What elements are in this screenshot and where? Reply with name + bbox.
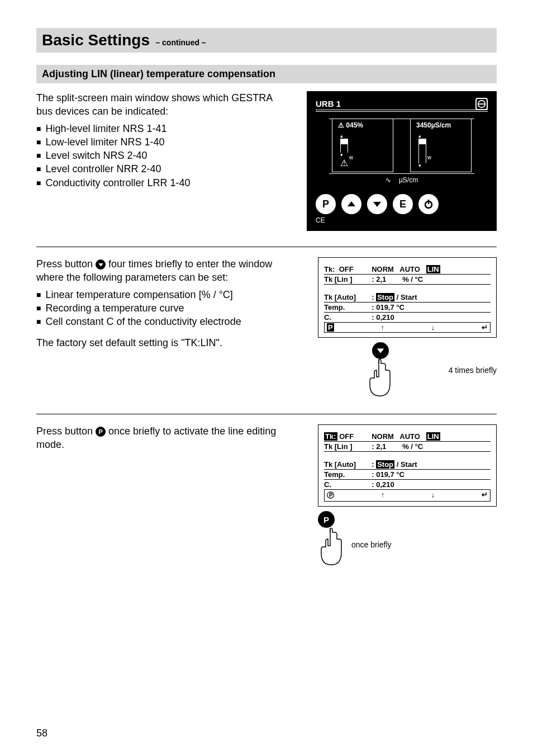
list-item: Linear temperature compensation [% / °C] bbox=[36, 288, 301, 301]
level-gauge-right: 3450µS/cm ▴ w ▾ bbox=[410, 119, 472, 172]
p-button[interactable]: P bbox=[316, 194, 336, 214]
selected-tk: Tk: bbox=[324, 432, 337, 441]
list-item: High-level limiter NRS 1-41 bbox=[36, 122, 290, 135]
p-icon: P bbox=[96, 427, 106, 437]
list-item: Conductivity controller LRR 1-40 bbox=[36, 176, 290, 190]
instruction-text: Press button P once briefly to activate … bbox=[36, 424, 301, 452]
title-sub: – continued – bbox=[155, 38, 206, 47]
press-hint: 4 times briefly bbox=[449, 366, 497, 375]
page-number: 58 bbox=[36, 727, 47, 739]
e-button[interactable]: E bbox=[393, 194, 413, 214]
unit-label: µS/cm bbox=[399, 176, 418, 184]
level-gauge-left: ⚠ 045% ▴ w ▾ ⚠ bbox=[332, 119, 393, 172]
p-button-hint: P bbox=[318, 511, 335, 528]
ce-mark: CE bbox=[316, 216, 488, 224]
hand-icon bbox=[367, 359, 394, 398]
power-button[interactable] bbox=[418, 194, 439, 214]
list-item: Recording a temperature curve bbox=[36, 301, 301, 315]
warning-icon: ⚠ bbox=[338, 121, 344, 129]
down-icon bbox=[96, 259, 106, 270]
device-panel: URB 1 ⚠ 045% ▴ w bbox=[307, 91, 497, 231]
title-bar: Basic Settings – continued – bbox=[36, 28, 497, 53]
down-button-hint bbox=[372, 342, 389, 359]
level-value: 045% bbox=[346, 121, 363, 129]
press-hint: once briefly bbox=[351, 540, 392, 549]
down-button[interactable] bbox=[367, 194, 387, 214]
chart-icon: ∿ bbox=[386, 176, 391, 184]
conductivity-value: 3450µS/cm bbox=[416, 121, 465, 129]
param-display-2: Tk: OFF NORM AUTO LIN Tk [Lin ] : 2,1 % … bbox=[318, 424, 497, 507]
separator bbox=[36, 414, 497, 414]
selected-lin: LIN bbox=[426, 265, 440, 273]
up-button[interactable] bbox=[341, 194, 361, 214]
device-title: URB 1 bbox=[316, 99, 488, 108]
list-item: Low-level limiter NRS 1-40 bbox=[36, 135, 290, 149]
list-item: Level switch NRS 2-40 bbox=[36, 149, 290, 162]
section-heading: Adjusting LIN (linear) temperature compe… bbox=[36, 65, 497, 83]
hand-icon bbox=[318, 528, 346, 567]
list-item: Level controller NRR 2-40 bbox=[36, 162, 290, 176]
intro-text: The split-screen main window shows which… bbox=[36, 91, 290, 119]
param-display-1: Tk: OFF NORM AUTO LIN Tk [Lin ] : 2,1 % … bbox=[318, 257, 497, 338]
separator bbox=[36, 247, 497, 247]
title-main: Basic Settings bbox=[42, 31, 150, 49]
brand-logo-icon bbox=[475, 98, 488, 110]
default-note: The factory set default setting is "TK:L… bbox=[36, 336, 301, 349]
list-item: Cell constant C of the conductivity elec… bbox=[36, 315, 301, 328]
instruction-text: Press button four times briefly to enter… bbox=[36, 257, 301, 285]
